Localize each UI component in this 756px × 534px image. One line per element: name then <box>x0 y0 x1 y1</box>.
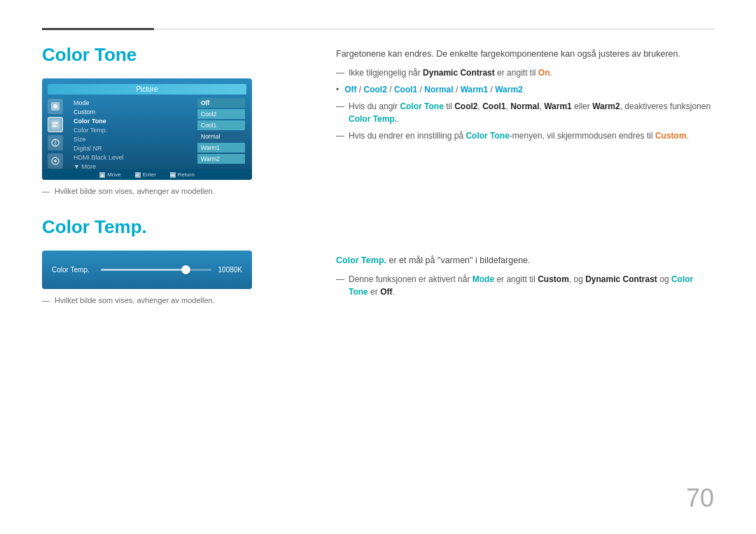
colortemp-slider-fill <box>101 269 183 271</box>
bullet-sym: • <box>336 83 339 96</box>
right-column: Fargetonene kan endres. De enkelte farge… <box>336 44 714 506</box>
dropdown-cool1: Cool1 <box>197 120 245 130</box>
color-tone-dash-note-2: — Hvis du angir Color Tone til Cool2, Co… <box>336 100 714 125</box>
color-temp-note: — Hvilket bilde som vises, avhenger av m… <box>42 296 308 304</box>
svg-point-8 <box>54 160 57 162</box>
color-tone-note: — Hvilket bilde som vises, avhenger av m… <box>42 187 308 195</box>
svg-rect-4 <box>52 125 57 127</box>
colortemp-label: Color Temp. <box>52 266 94 274</box>
dash-note-text-1: Ikke tilgjengelig når Dynamic Contrast e… <box>349 66 552 79</box>
dropdown-normal: Normal <box>197 132 245 141</box>
move-icon: ▲ <box>99 172 105 178</box>
dropdown-off: Off <box>197 98 245 108</box>
dash-sym-2: — <box>336 100 344 113</box>
color-tone-dash-note-3: — Hvis du endrer en innstilling på Color… <box>336 129 714 142</box>
color-temp-monitor: Color Temp. 10080K <box>42 251 252 289</box>
dash-note-text-2: Hvis du angir Color Tone til Cool2, Cool… <box>349 100 714 125</box>
left-column: Color Tone Picture <box>42 44 308 506</box>
divider-light <box>154 29 714 29</box>
page-number: 70 <box>686 484 714 513</box>
color-temp-desc2-text: Denne funksjonen er aktivert når Mode er… <box>349 273 714 298</box>
divider-dark <box>42 28 154 30</box>
monitor-icons <box>48 99 67 171</box>
color-tone-monitor: Picture <box>42 78 252 180</box>
bottom-enter: ↵ Enter <box>135 171 156 178</box>
dash-sym-ct: — <box>336 273 344 286</box>
monitor-icon-1 <box>48 99 63 114</box>
dropdown-warm1: Warm1 <box>197 143 245 153</box>
section-spacer <box>42 195 308 216</box>
color-tone-desc: Fargetonene kan endres. De enkelte farge… <box>336 48 714 61</box>
color-temp-dash-note: — Denne funksjonen er aktivert når Mode … <box>336 273 714 298</box>
svg-point-1 <box>53 104 57 108</box>
monitor-icon-3 <box>48 135 63 150</box>
colortemp-slider-thumb[interactable] <box>181 265 190 274</box>
svg-rect-3 <box>52 122 58 124</box>
colortemp-value: 10080K <box>218 266 242 274</box>
monitor-bottom-bar: ▲ Move ↵ Enter ⬅ Return <box>42 169 252 180</box>
return-icon: ⬅ <box>170 172 176 178</box>
color-temp-title: Color Temp. <box>42 216 308 238</box>
color-temp-right: Color Temp. er et mål på "varmen" i bild… <box>336 254 714 298</box>
bullet-text: Off / Cool2 / Cool1 / Normal / Warm1 / W… <box>344 83 523 96</box>
enter-icon: ↵ <box>135 172 141 178</box>
top-divider-bar <box>42 28 714 30</box>
color-tone-bullet: • Off / Cool2 / Cool1 / Normal / Warm1 /… <box>336 83 714 96</box>
dynamic-contrast-bold: Dynamic Contrast <box>423 68 495 78</box>
svg-rect-2 <box>51 120 59 129</box>
bottom-move: ▲ Move <box>99 171 121 178</box>
monitor-icon-2 <box>48 117 63 132</box>
content-area: Color Tone Picture <box>42 44 714 506</box>
on-orange: On <box>538 68 550 78</box>
dash-sym-3: — <box>336 129 344 142</box>
monitor-content: Mode Custom Color Tone Color Temp. Size … <box>48 99 246 171</box>
dropdown-cool2: Cool2 <box>197 109 245 119</box>
color-tone-dash-note-1: — Ikke tilgjengelig når Dynamic Contrast… <box>336 66 714 79</box>
color-temp-desc1: Color Temp. er et mål på "varmen" i bild… <box>336 254 714 267</box>
dropdown-warm2: Warm2 <box>197 154 245 164</box>
color-tone-right: Fargetonene kan endres. De enkelte farge… <box>336 44 714 142</box>
monitor-dropdown: Off Cool2 Cool1 Normal Warm1 Warm2 <box>197 98 245 164</box>
monitor-title-bar: Picture <box>48 84 246 94</box>
right-spacer <box>336 163 714 254</box>
dash-sym-1: — <box>336 66 344 79</box>
page-container: Color Tone Picture <box>0 0 756 534</box>
colortemp-slider-track <box>101 269 211 271</box>
bottom-return: ⬅ Return <box>170 171 195 178</box>
dash-note-text-3: Hvis du endrer en innstilling på Color T… <box>349 129 689 142</box>
monitor-icon-4 <box>48 153 63 169</box>
color-tone-title: Color Tone <box>42 44 308 66</box>
